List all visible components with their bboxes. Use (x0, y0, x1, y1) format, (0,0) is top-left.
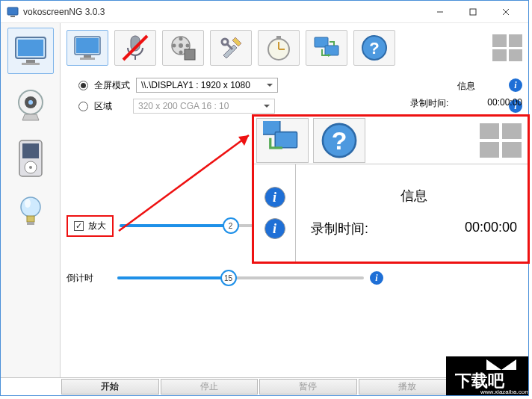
zoom-info-heading: 信息 (311, 187, 517, 205)
svg-rect-23 (84, 55, 91, 58)
svg-text:www.xiazaiba.com: www.xiazaiba.com (480, 389, 528, 395)
sidebar-bulb[interactable] (7, 189, 54, 235)
tab-tools[interactable] (210, 30, 252, 66)
tab-codec[interactable] (162, 30, 204, 66)
svg-rect-1 (10, 16, 15, 17)
svg-rect-14 (22, 143, 39, 158)
svg-rect-19 (27, 216, 34, 222)
svg-rect-9 (22, 63, 40, 65)
play-button[interactable]: 播放 (359, 379, 457, 395)
rectime-value: 00:00:00 (487, 97, 522, 110)
magnify-highlight: 放大 (66, 215, 114, 237)
svg-point-18 (25, 199, 31, 208)
left-sidebar (1, 23, 61, 377)
svg-point-12 (28, 100, 33, 105)
svg-point-33 (173, 44, 176, 48)
zoom-rectime-value: 00:00:00 (465, 220, 517, 238)
svg-rect-38 (276, 36, 281, 40)
radio-fullscreen-label: 全屏模式 (94, 79, 130, 92)
svg-point-17 (21, 197, 40, 217)
rectime-label: 录制时间: (410, 97, 448, 110)
pause-button[interactable]: 暂停 (259, 379, 357, 395)
minimize-button[interactable] (424, 1, 457, 22)
zoom-tab-network (256, 118, 309, 163)
svg-rect-0 (7, 7, 18, 15)
svg-line-36 (226, 43, 232, 49)
svg-rect-22 (76, 38, 99, 53)
svg-line-46 (119, 135, 249, 231)
tab-network[interactable] (306, 30, 347, 66)
svg-point-16 (29, 166, 32, 169)
zoom-grid-icon (480, 123, 522, 158)
svg-rect-8 (26, 60, 35, 63)
maximize-button[interactable] (457, 1, 489, 22)
tab-audio[interactable] (114, 30, 156, 66)
grid-view-icon[interactable] (492, 34, 522, 61)
info-icon[interactable]: i (370, 271, 383, 285)
start-button[interactable]: 开始 (61, 379, 159, 395)
svg-marker-47 (238, 135, 249, 146)
svg-rect-42 (325, 46, 338, 55)
close-button[interactable] (489, 1, 522, 22)
magnify-checkbox[interactable] (74, 221, 84, 231)
tab-screen[interactable] (66, 30, 108, 66)
svg-rect-3 (470, 9, 476, 15)
app-icon (7, 6, 19, 18)
svg-point-32 (179, 51, 183, 55)
svg-text:下载吧: 下载吧 (454, 371, 505, 390)
countdown-label: 倒计时 (66, 272, 111, 285)
sidebar-media[interactable] (7, 135, 54, 182)
svg-rect-49 (275, 132, 297, 147)
radio-region-label: 区域 (94, 100, 112, 113)
info-heading: 信息 (410, 80, 522, 93)
stop-button[interactable]: 停止 (161, 379, 259, 395)
side-info-panel: 信息 录制时间: 00:00:00 (410, 80, 522, 110)
tab-help[interactable]: ? (353, 30, 395, 66)
sidebar-webcam[interactable] (7, 81, 54, 128)
radio-region[interactable] (78, 102, 88, 111)
zoom-rectime-label: 录制时间: (311, 220, 368, 238)
zoom-info-icon: i (265, 218, 285, 239)
watermark: 下载吧 www.xiazaiba.com (446, 356, 528, 395)
sidebar-screen[interactable] (7, 28, 54, 74)
svg-text:?: ? (369, 39, 379, 58)
svg-text:?: ? (332, 126, 347, 154)
zoom-tab-help: ? (313, 118, 365, 163)
region-select: 320 x 200 CGA 16 : 10 (133, 99, 275, 114)
svg-point-30 (179, 37, 183, 41)
svg-rect-24 (80, 58, 95, 60)
window-title: vokoscreenNG 3.0.3 (23, 7, 424, 17)
countdown-slider[interactable]: 15 (117, 271, 364, 285)
zoom-info-icon: i (265, 187, 285, 208)
radio-fullscreen[interactable] (78, 81, 88, 90)
svg-rect-7 (18, 40, 43, 56)
tab-timer[interactable] (258, 30, 300, 66)
svg-point-31 (186, 44, 190, 48)
svg-rect-34 (185, 49, 195, 60)
svg-point-29 (179, 43, 183, 48)
annotation-arrow (113, 126, 262, 238)
display-select[interactable]: \\.\DISPLAY1 : 1920 x 1080 (136, 78, 278, 93)
top-tabbar: ? (66, 28, 522, 68)
magnify-label: 放大 (88, 220, 106, 232)
svg-rect-20 (27, 222, 34, 225)
zoom-callout: ? i i 信息 录制时间: 00:00:00 (252, 114, 530, 264)
